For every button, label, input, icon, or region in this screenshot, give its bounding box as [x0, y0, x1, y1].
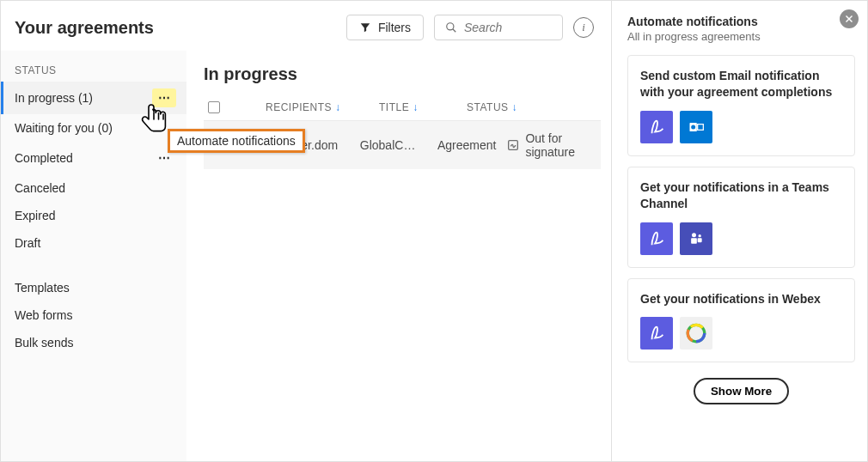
sidebar-item-expired[interactable]: Expired — [1, 202, 186, 229]
sidebar-item-label: Canceled — [15, 181, 176, 195]
sidebar-item-label: Expired — [15, 209, 176, 222]
automation-card[interactable]: Get your notifications in Webex — [627, 278, 855, 363]
acrobat-icon — [640, 111, 673, 143]
column-title[interactable]: TITLE ↓ — [379, 101, 456, 113]
row-type: Agreement — [437, 138, 496, 152]
teams-icon — [680, 222, 712, 255]
right-panel: Automate notifications All in progress a… — [611, 1, 867, 461]
sort-arrow-icon: ↓ — [512, 101, 518, 113]
sidebar-item-web-forms[interactable]: Web forms — [1, 301, 186, 329]
sidebar-item-label: Web forms — [15, 308, 176, 322]
panel-subtitle: All in progress agreements — [627, 30, 855, 43]
sidebar: STATUS In progress (1) ⋯ Waiting for you… — [1, 51, 186, 461]
sidebar-item-canceled[interactable]: Canceled — [1, 174, 186, 202]
svg-point-9 — [699, 234, 701, 237]
row-title: GlobalC… — [360, 138, 427, 152]
tooltip-automate-notifications: Automate notifications — [168, 129, 305, 153]
sidebar-item-label: Bulk sends — [15, 336, 176, 350]
svg-point-0 — [447, 23, 454, 30]
select-all-checkbox[interactable] — [204, 101, 224, 113]
card-title: Send custom Email notification with your… — [640, 68, 842, 100]
sidebar-item-label: Waiting for you (0) — [15, 121, 176, 135]
filters-label: Filters — [378, 21, 411, 34]
list-area: In progress RECIPIENTS ↓ TITLE ↓ — [186, 51, 611, 461]
sidebar-item-bulk-sends[interactable]: Bulk sends — [1, 329, 186, 356]
filter-icon — [359, 21, 371, 33]
row-status: Out for signature — [506, 131, 601, 159]
webex-icon — [680, 317, 712, 350]
svg-rect-10 — [691, 238, 697, 244]
outlook-icon — [680, 111, 712, 143]
search-input[interactable] — [464, 21, 552, 34]
sort-arrow-icon: ↓ — [413, 101, 419, 113]
list-title: In progress — [204, 64, 601, 84]
svg-rect-6 — [698, 124, 704, 130]
header: Your agreements Filters i — [1, 1, 611, 51]
panel-title: Automate notifications — [627, 15, 855, 28]
sidebar-item-label: In progress (1) — [15, 91, 152, 105]
sidebar-item-waiting[interactable]: Waiting for you (0) — [1, 114, 186, 142]
signature-icon — [506, 138, 520, 152]
automation-card[interactable]: Get your notifications in a Teams Channe… — [627, 167, 855, 268]
search-icon — [445, 21, 457, 33]
svg-line-1 — [453, 29, 456, 33]
svg-rect-11 — [698, 238, 702, 242]
filters-button[interactable]: Filters — [346, 15, 424, 40]
table-header: RECIPIENTS ↓ TITLE ↓ STATUS ↓ — [204, 96, 601, 121]
more-icon[interactable]: ⋯ — [152, 88, 176, 107]
svg-point-8 — [692, 233, 696, 237]
acrobat-icon — [640, 222, 673, 255]
sidebar-item-in-progress[interactable]: In progress (1) ⋯ — [1, 82, 186, 114]
page-title: Your agreements — [15, 18, 154, 38]
sidebar-item-completed[interactable]: Completed ⋯ — [1, 142, 186, 174]
card-title: Get your notifications in Webex — [640, 291, 842, 307]
column-recipients[interactable]: RECIPIENTS ↓ — [266, 101, 369, 113]
show-more-button[interactable]: Show More — [694, 378, 789, 404]
sidebar-item-draft[interactable]: Draft — [1, 229, 186, 257]
card-title: Get your notifications in a Teams Channe… — [640, 179, 842, 212]
sidebar-item-templates[interactable]: Templates — [1, 274, 186, 301]
column-status[interactable]: STATUS ↓ — [467, 101, 587, 113]
acrobat-icon — [640, 317, 673, 350]
sort-arrow-icon: ↓ — [335, 101, 341, 113]
automation-card[interactable]: Send custom Email notification with your… — [627, 55, 855, 156]
close-icon[interactable] — [840, 9, 859, 28]
search-box[interactable] — [434, 15, 563, 40]
sidebar-section-label: STATUS — [1, 59, 186, 82]
sidebar-item-label: Templates — [15, 281, 176, 295]
info-icon[interactable]: i — [573, 17, 594, 38]
sidebar-item-label: Draft — [15, 236, 176, 250]
sidebar-item-label: Completed — [15, 151, 152, 165]
svg-point-7 — [691, 125, 695, 129]
